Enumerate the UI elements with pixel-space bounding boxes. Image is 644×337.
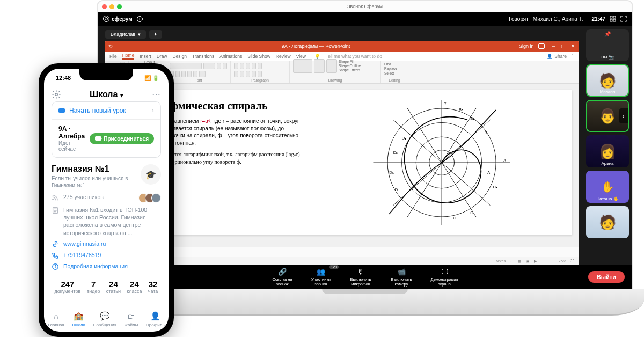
replace-btn[interactable]: Replace: [384, 67, 405, 71]
pp-view-reading-icon[interactable]: ▣: [526, 259, 530, 263]
chevron-right-icon[interactable]: ›: [619, 108, 628, 123]
more-icon[interactable]: ⋯: [152, 89, 161, 99]
font-color-icon[interactable]: [199, 71, 206, 77]
numbering-icon[interactable]: [240, 63, 244, 69]
pp-tab-draw[interactable]: Draw: [157, 54, 167, 59]
phone-notch: [79, 69, 133, 80]
pp-slide-area[interactable]: Логарифмическая спираль описывается урав…: [116, 84, 579, 247]
outdent-icon[interactable]: [246, 63, 250, 69]
shapes-gallery[interactable]: [293, 59, 312, 73]
pp-share[interactable]: Share: [554, 54, 567, 59]
participant-tile[interactable]: 🧑 Михаил: [586, 64, 629, 97]
find-btn[interactable]: Find: [384, 62, 405, 67]
leave-call-button[interactable]: Выйти: [588, 271, 625, 283]
italic-icon[interactable]: [175, 71, 180, 77]
align-right-icon[interactable]: [246, 71, 250, 77]
new-lesson-row[interactable]: Начать новый урок ›: [52, 102, 160, 119]
arrange-btn[interactable]: [314, 59, 325, 73]
pp-tab-slideshow[interactable]: Slide Show: [247, 54, 270, 59]
pp-window-help-icon[interactable]: [538, 43, 545, 49]
chevron-down-icon[interactable]: ▾: [120, 92, 123, 98]
participant-tile[interactable]: 👨 ›: [586, 100, 629, 132]
indent-icon[interactable]: [252, 63, 256, 69]
columns-icon[interactable]: [258, 71, 262, 77]
minimize-icon[interactable]: [109, 4, 114, 9]
grid-view-icon[interactable]: [610, 16, 616, 22]
stat-chats[interactable]: 32чата: [148, 280, 158, 294]
shadow-icon[interactable]: [193, 71, 197, 77]
shape-fill-btn[interactable]: Shape Fill: [339, 60, 361, 64]
close-icon[interactable]: [102, 4, 107, 9]
stat-classes[interactable]: 24класса: [127, 280, 142, 294]
phone-content[interactable]: Начать новый урок › 9А · Алгебра Идёт се…: [44, 101, 169, 306]
pp-tab-animations[interactable]: Animations: [219, 54, 242, 59]
pp-zoom[interactable]: 75%: [559, 259, 566, 263]
tab-messages[interactable]: 💬Сообщения: [93, 311, 116, 327]
pp-view-sorter-icon[interactable]: ▦: [518, 259, 522, 263]
ctl-link[interactable]: 🔗 Ссылка на звонок: [269, 267, 296, 287]
align-left-icon[interactable]: [234, 71, 238, 77]
shape-effects-btn[interactable]: Shape Effects: [339, 68, 361, 72]
more-info-row[interactable]: Подробная информация: [52, 262, 161, 270]
pp-fit-icon[interactable]: ⛶: [570, 259, 574, 263]
bullets-icon[interactable]: [234, 63, 238, 69]
font-family-select[interactable]: [170, 63, 202, 69]
select-btn[interactable]: Select: [384, 71, 405, 76]
pp-signin[interactable]: Sign in: [519, 43, 534, 49]
pp-tab-transitions[interactable]: Transitions: [192, 54, 214, 59]
pp-close-icon[interactable]: ✕: [571, 43, 575, 49]
school-phone-row[interactable]: +79119478519: [52, 251, 161, 259]
pp-view-slideshow-icon[interactable]: ▶: [534, 259, 537, 263]
pp-notes-toggle[interactable]: ☰ Notes: [492, 259, 506, 263]
line-spacing-icon[interactable]: [258, 63, 262, 69]
grow-font-icon[interactable]: [217, 63, 221, 69]
participant-tile[interactable]: 👩 Арина: [586, 135, 629, 167]
ctl-participants[interactable]: 👥 128 Участники звонка: [308, 267, 334, 287]
tab-files[interactable]: 🗂Файлы: [125, 311, 138, 327]
pp-tab-design[interactable]: Design: [173, 54, 187, 59]
pp-restore-icon[interactable]: ▢: [561, 43, 566, 49]
ctl-mic[interactable]: 🎙 Выключить микрофон: [346, 267, 375, 287]
pp-tab-file[interactable]: File: [109, 54, 117, 59]
pp-tellme[interactable]: Tell me what you want to do: [326, 54, 382, 59]
pp-tab-insert[interactable]: Insert: [140, 54, 151, 59]
justify-icon[interactable]: [252, 71, 256, 77]
share-tab-user[interactable]: Владислав ▾: [105, 30, 146, 39]
gear-icon[interactable]: [52, 90, 61, 99]
tab-profile[interactable]: 👤Профиль: [146, 311, 165, 327]
font-size-select[interactable]: [203, 63, 215, 69]
stat-articles[interactable]: 24статьи: [106, 280, 121, 294]
strike-icon[interactable]: [187, 71, 192, 77]
pp-view-normal-icon[interactable]: ▭: [510, 259, 514, 263]
quick-styles-btn[interactable]: [326, 59, 337, 73]
underline-icon[interactable]: [181, 71, 186, 77]
pp-tab-review[interactable]: Review: [276, 54, 291, 59]
folder-icon: 🗂: [126, 311, 137, 321]
tab-school[interactable]: 🏫Школа: [72, 311, 85, 327]
ctl-screenshare[interactable]: 🖵 Демонстрация экрана: [428, 267, 461, 287]
pp-tab-view[interactable]: View: [296, 54, 306, 59]
participant-self[interactable]: 📌 Вы 📷: [586, 29, 629, 61]
participants-row[interactable]: 275 участников: [52, 193, 161, 203]
ctl-camera[interactable]: 📹 Выключить камеру: [387, 267, 416, 287]
align-center-icon[interactable]: [240, 71, 244, 77]
participant-tile-hand-raised[interactable]: ✋ Наташа ✋: [586, 171, 629, 203]
participant-tile[interactable]: 🧑: [586, 206, 629, 238]
ctl-label: Ссылка на звонок: [269, 277, 296, 287]
share-tab-effects[interactable]: ✦: [149, 30, 162, 39]
stat-video[interactable]: 7видео: [87, 280, 100, 294]
school-website-row[interactable]: www.gimnasia.ru: [52, 240, 161, 248]
stat-docs[interactable]: 247документов: [55, 280, 81, 294]
fullscreen-icon[interactable]: [620, 16, 627, 22]
shrink-font-icon[interactable]: [223, 63, 227, 69]
pp-tab-home[interactable]: Home: [122, 53, 135, 60]
ribbon-collapse-icon[interactable]: ˄: [572, 54, 574, 59]
maximize-icon[interactable]: [117, 4, 122, 9]
info-icon[interactable]: i: [137, 16, 143, 22]
shape-outline-btn[interactable]: Shape Outline: [339, 64, 361, 68]
pp-minimize-icon[interactable]: ─: [552, 43, 555, 49]
phone-device: 12:48 📶 🔋 Школа ▾ ⋯ Начать новый урок › …: [39, 63, 174, 337]
tab-home[interactable]: ⌂Главная: [48, 311, 64, 327]
pp-notes-pane[interactable]: to add notes: [105, 247, 579, 257]
join-lesson-button[interactable]: Присоединиться: [90, 133, 154, 144]
